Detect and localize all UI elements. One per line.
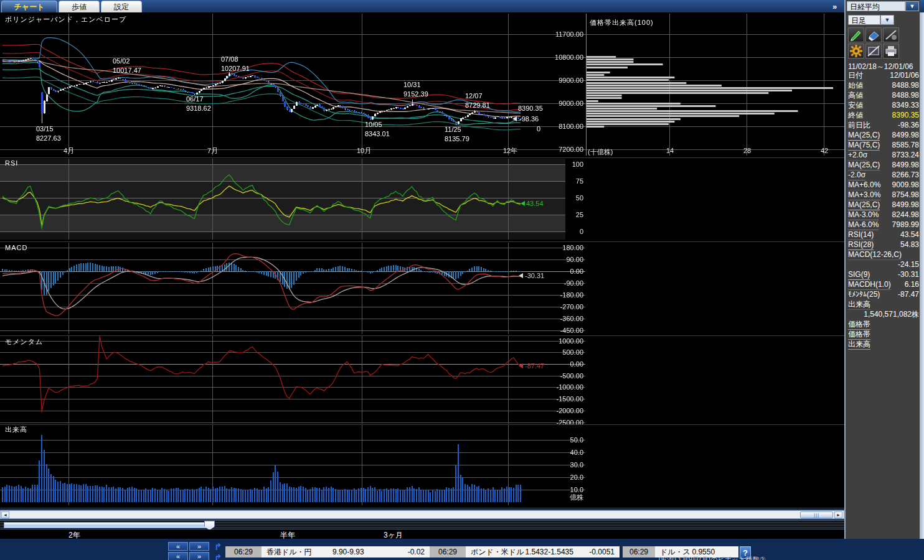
ticker-time: 06:29 bbox=[225, 546, 262, 558]
sidebar-row[interactable]: MACD(12-26,C) bbox=[848, 250, 919, 260]
sidebar-row[interactable]: RSI(14)43.54 bbox=[848, 230, 919, 240]
window-right-scrollbar[interactable] bbox=[920, 12, 924, 540]
scroll-right-button[interactable]: ► bbox=[834, 511, 842, 518]
sidebar: 日経平均 ▼ 日足 ▼ 11/02/18～12/01/06 日付12/01/06… bbox=[844, 0, 920, 540]
sidebar-row[interactable]: MA+6.0%9009.98 bbox=[848, 180, 919, 190]
sidebar-rows: 日付12/01/06始値8488.98高値8488.98安値8349.33終値8… bbox=[848, 71, 919, 350]
ticker-time: 06:29 bbox=[623, 546, 655, 558]
window-mode-button[interactable] bbox=[865, 44, 882, 58]
period-dropdown-arrow-icon[interactable]: ▼ bbox=[880, 15, 894, 25]
time-range-slider[interactable] bbox=[0, 520, 844, 530]
period-select[interactable]: 日足 bbox=[848, 15, 880, 25]
sidebar-row[interactable]: MA(25,C)8499.98 bbox=[848, 200, 919, 210]
sidebar-row[interactable]: 価格帯 bbox=[848, 320, 919, 330]
top-tab-bar: チャート 歩値 設定 » bbox=[0, 0, 924, 12]
trendline-tool-button[interactable] bbox=[883, 27, 899, 42]
sidebar-row: 日付12/01/06 bbox=[848, 71, 919, 81]
sidebar-row[interactable]: +2.0σ8733.24 bbox=[848, 151, 919, 161]
sidebar-row[interactable]: MA-3.0%8244.98 bbox=[848, 210, 919, 220]
news-ticker-cut-text: 06:40 1月9日(月)のピボット指数② bbox=[659, 555, 765, 560]
pbv-panel-title: 価格帯出来高(100) bbox=[590, 18, 654, 27]
sidebar-row[interactable]: -2.0σ8266.73 bbox=[848, 170, 919, 180]
sidebar-row: -24.15 bbox=[848, 260, 919, 270]
sidebar-row[interactable]: ﾓﾒﾝﾀﾑ(25)-87.47 bbox=[848, 290, 919, 300]
sidebar-row: 前日比-98.36 bbox=[848, 121, 919, 131]
chart-application: チャート 歩値 設定 » ボリンジャーバンド，エンベロープ 価格帯出来高(100… bbox=[0, 0, 924, 560]
sidebar-row: 高値8488.98 bbox=[848, 91, 919, 101]
slider-thumb[interactable] bbox=[204, 521, 215, 530]
sidebar-row[interactable]: MA-6.0%7989.99 bbox=[848, 220, 919, 230]
pencil-icon bbox=[849, 28, 864, 42]
ticker-next-button-2[interactable]: » bbox=[189, 552, 209, 560]
scroll-left-button[interactable]: ◄ bbox=[1, 511, 9, 518]
ticker-quote: 香港ドル・円9.90-9.93-0.02 bbox=[262, 546, 430, 558]
ticker-row-icon-2: ↱ bbox=[214, 553, 222, 560]
trendline-icon bbox=[884, 28, 898, 42]
sidebar-row: 安値8349.33 bbox=[848, 101, 919, 111]
sidebar-row[interactable]: MACDH(1.0)6.16 bbox=[848, 280, 919, 290]
ticker-prev-button[interactable]: « bbox=[168, 542, 188, 551]
eraser-icon bbox=[866, 28, 881, 42]
window-off-icon bbox=[866, 44, 881, 58]
printer-icon bbox=[884, 44, 898, 58]
ticker-prev-button-2[interactable]: « bbox=[168, 552, 188, 560]
sidebar-row[interactable]: 出来高 bbox=[848, 340, 919, 350]
sidebar-row: 始値8488.98 bbox=[848, 81, 919, 91]
symbol-select[interactable]: 日経平均 bbox=[847, 1, 905, 11]
sidebar-row[interactable]: 価格帯 bbox=[848, 330, 919, 340]
rsi-panel-title: RSI bbox=[5, 159, 18, 167]
status-bar: « » « » ↱ ↱ 06:29香港ドル・円9.90-9.93-0.0206:… bbox=[0, 539, 924, 560]
sidebar-row[interactable]: RSI(28)54.83 bbox=[848, 240, 919, 250]
range-label-strip: 2年半年3ヶ月 bbox=[0, 530, 844, 539]
slider-fill bbox=[4, 522, 209, 528]
sidebar-row[interactable]: MA+3.0%8754.98 bbox=[848, 190, 919, 200]
horizontal-scrollbar[interactable]: ◄ ||| ► bbox=[0, 510, 844, 519]
sidebar-row[interactable]: MA(25,C)8499.98 bbox=[848, 131, 919, 141]
print-button[interactable] bbox=[883, 44, 899, 58]
sidebar-row[interactable]: SIG(9)-30.31 bbox=[848, 270, 919, 280]
ticker-next-button[interactable]: » bbox=[189, 542, 209, 551]
symbol-dropdown-arrow-icon[interactable]: ▼ bbox=[905, 1, 919, 11]
expand-panel-icon[interactable]: » bbox=[832, 2, 837, 11]
sidebar-row: 終値8390.35 bbox=[848, 111, 919, 121]
ticker-quote: ポンド・米ドル1.5432-1.5435-0.0051 bbox=[466, 546, 620, 558]
gear-icon bbox=[849, 44, 864, 58]
sidebar-row[interactable]: MA(75,C)8585.78 bbox=[848, 141, 919, 151]
eraser-button[interactable] bbox=[865, 27, 882, 42]
ticker-row-icon: ↱ bbox=[214, 541, 222, 553]
draw-pencil-button[interactable] bbox=[848, 27, 864, 42]
chart-canvas[interactable] bbox=[0, 12, 844, 509]
sidebar-row[interactable]: 出来高 bbox=[848, 300, 919, 310]
ticker-time: 06:29 bbox=[430, 546, 466, 558]
tab-ayumine[interactable]: 歩値 bbox=[59, 1, 100, 12]
chart-area: ボリンジャーバンド，エンベロープ 価格帯出来高(100) RSI MACD モメ… bbox=[0, 12, 844, 509]
sidebar-row[interactable]: MA(25,C)8499.98 bbox=[848, 161, 919, 170]
sidebar-row: 1,540,571,082株 bbox=[848, 310, 919, 320]
scrollbar-thumb[interactable]: ||| bbox=[800, 511, 833, 518]
macd-panel-title: MACD bbox=[5, 244, 27, 251]
tab-chart[interactable]: チャート bbox=[1, 1, 57, 12]
settings-gear-button[interactable] bbox=[848, 44, 864, 58]
tab-settings[interactable]: 設定 bbox=[101, 1, 142, 12]
main-panel-title: ボリンジャーバンド，エンベロープ bbox=[5, 15, 126, 24]
momentum-panel-title: モメンタム bbox=[5, 337, 43, 347]
volume-panel-title: 出来高 bbox=[5, 425, 27, 434]
